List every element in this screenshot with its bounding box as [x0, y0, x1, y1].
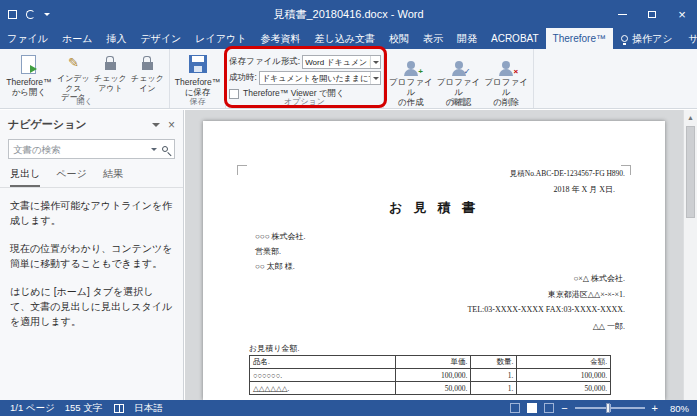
nav-tab-results[interactable]: 結果 [103, 167, 123, 187]
chevron-down-icon [370, 56, 380, 68]
search-icon[interactable] [162, 146, 168, 152]
search-input[interactable] [13, 144, 148, 155]
on-success-dropdown[interactable]: ドキュメントを開いたままにする [259, 71, 381, 85]
scroll-up-icon[interactable]: ▲ [684, 110, 697, 124]
table-cell: 100,000. [395, 369, 471, 382]
check-in-button[interactable]: チェック イン [129, 51, 166, 93]
profile-delete-icon: × [495, 53, 517, 75]
tab-developer[interactable]: 開発 [450, 28, 484, 49]
tab-references[interactable]: 参考資料 [254, 28, 308, 49]
nav-paragraph: はじめに [ホーム] タブを選択して、文書の見出しに見出しスタイルを適用します。 [10, 284, 173, 329]
check-out-label-line1: チェック [94, 74, 127, 84]
nav-close-icon[interactable]: × [168, 119, 175, 131]
ribbon-group-options: 保存ファイル形式: Word ドキュメント (.docx) 成功時: ドキュメン… [226, 49, 384, 108]
tab-layout[interactable]: レイアウト [188, 28, 253, 49]
create-profile-line1: プロファイル [387, 77, 435, 97]
tab-design[interactable]: デザイン [133, 28, 188, 49]
save-icon[interactable] [8, 10, 17, 19]
navigation-help-text: 文書に操作可能なアウトラインを作成します。 現在の位置がわかり、コンテンツを簡単… [0, 188, 183, 352]
zoom-slider[interactable] [575, 407, 645, 409]
group-label-manage: 管理 [384, 96, 533, 107]
window-title: 見積書_20180416.docx - Word [0, 7, 697, 22]
close-button[interactable]: × [667, 0, 697, 28]
chevron-down-icon [370, 72, 380, 84]
verify-profile-line1: プロファイル [435, 77, 483, 97]
table-header-amount: 金額. [517, 356, 611, 369]
tab-therefore[interactable]: Therefore™ [546, 28, 613, 49]
page-count[interactable]: 1/1 ページ [10, 402, 55, 415]
restore-icon [648, 11, 656, 18]
navigation-pane: ナビゲーション × 見出し ページ 結果 文書に操作可能なアウトラインを作成しま… [0, 110, 184, 400]
check-in-label-line2: イン [139, 84, 155, 94]
document-page[interactable]: 見積No.ABC-DE-1234567-FG H890. 2018 年 X 月 … [203, 121, 665, 400]
print-layout-icon[interactable] [527, 403, 537, 413]
save-label-line1: Therefore™ [175, 77, 220, 87]
language-indicator[interactable]: 日本語 [134, 402, 163, 415]
tab-file[interactable]: ファイル [0, 28, 55, 49]
minimize-button[interactable] [607, 0, 637, 28]
save-floppy-icon [187, 53, 209, 75]
web-layout-icon[interactable] [544, 403, 554, 413]
profile-verify-icon: ✓ [448, 53, 470, 75]
open-label-line1: Therefore™ [6, 77, 51, 87]
save-to-therefore-button[interactable]: Therefore™ に保存 [173, 51, 222, 97]
tab-mailings[interactable]: 差し込み文書 [308, 28, 382, 49]
doc-sender-phone: TEL:03-XXXX-XXXX FAX:03-XXXX-XXXX. [467, 305, 625, 314]
search-options-chevron-icon[interactable] [151, 148, 157, 154]
sign-in-label: サインイン [688, 32, 697, 46]
doc-sender-person: △△ 一郎. [593, 321, 625, 332]
check-out-button[interactable]: チェック アウト [92, 51, 129, 93]
zoom-slider-thumb[interactable] [606, 403, 610, 413]
tell-me-button[interactable]: 操作アシ [613, 32, 680, 46]
doc-sender-company: ○×△ 株式会社. [574, 273, 626, 284]
scrollbar-thumb[interactable] [686, 126, 695, 218]
tab-review[interactable]: 校閲 [382, 28, 416, 49]
group-label-save: 保存 [170, 96, 225, 107]
zoom-out-button[interactable]: − [561, 403, 567, 414]
table-header-unit-price: 単価. [395, 356, 471, 369]
profile-create-icon: + [400, 53, 422, 75]
tab-acrobat[interactable]: ACROBAT [484, 28, 546, 49]
table-header-qty: 数量. [471, 356, 517, 369]
word-count[interactable]: 155 文字 [65, 402, 103, 415]
nav-tab-headings[interactable]: 見出し [10, 167, 40, 187]
tab-view[interactable]: 表示 [416, 28, 450, 49]
nav-paragraph: 現在の位置がわかり、コンテンツを簡単に移動することもできます。 [10, 241, 173, 271]
doc-date: 2018 年 X 月 X日. [553, 184, 615, 195]
on-success-label: 成功時: [229, 72, 257, 84]
navigation-pane-title: ナビゲーション [8, 117, 152, 132]
nav-tab-pages[interactable]: ページ [56, 167, 86, 187]
lightbulb-icon [621, 35, 628, 42]
qat-customize-icon[interactable] [44, 13, 50, 19]
check-out-label-line2: アウト [98, 84, 123, 94]
table-cell: △△△△△△. [250, 382, 396, 395]
save-format-dropdown[interactable]: Word ドキュメント (.docx) [302, 55, 381, 69]
vertical-scrollbar[interactable]: ▲ [683, 110, 697, 400]
doc-amount-label: お見積り金額. [249, 343, 299, 354]
table-cell: 1. [471, 369, 517, 382]
restore-button[interactable] [637, 0, 667, 28]
table-row: ○○○○○○. 100,000. 1. 100,000. [250, 369, 611, 382]
read-mode-icon[interactable] [510, 403, 520, 413]
tab-home[interactable]: ホーム [55, 28, 99, 49]
table-cell: 50,000. [395, 382, 471, 395]
quote-table: 品名. 単価. 数量. 金額. ○○○○○○. 100,000. 1. 100,… [249, 355, 611, 395]
zoom-level[interactable]: 80% [665, 403, 689, 414]
save-format-label: 保存ファイル形式: [229, 56, 300, 68]
document-search-box[interactable] [8, 139, 175, 159]
zoom-in-button[interactable]: + [652, 403, 658, 414]
ribbon-tab-row: ファイル ホーム 挿入 デザイン レイアウト 参考資料 差し込み文書 校閲 表示… [0, 28, 697, 49]
index-data-button[interactable]: ✎ インデックス データ [55, 51, 92, 103]
save-format-value: Word ドキュメント (.docx) [303, 57, 370, 68]
proofing-icon[interactable] [114, 404, 124, 413]
tab-insert[interactable]: 挿入 [99, 28, 133, 49]
ribbon-group-save: Therefore™ に保存 保存 [170, 49, 226, 108]
ribbon-group-manage: + プロファイル の作成 ✓ プロファイル の確認 × プロファイル の削除 管… [384, 49, 534, 108]
minimize-icon [618, 14, 627, 15]
nav-options-chevron-icon[interactable] [152, 123, 160, 131]
open-from-therefore-button[interactable]: Therefore™ から開く [3, 51, 55, 97]
sign-in-button[interactable]: サインイン [680, 32, 697, 46]
title-bar: 見積書_20180416.docx - Word × [0, 0, 697, 28]
doc-recipient-person: ○○ 太郎 様. [255, 261, 295, 272]
undo-icon[interactable] [26, 10, 35, 19]
